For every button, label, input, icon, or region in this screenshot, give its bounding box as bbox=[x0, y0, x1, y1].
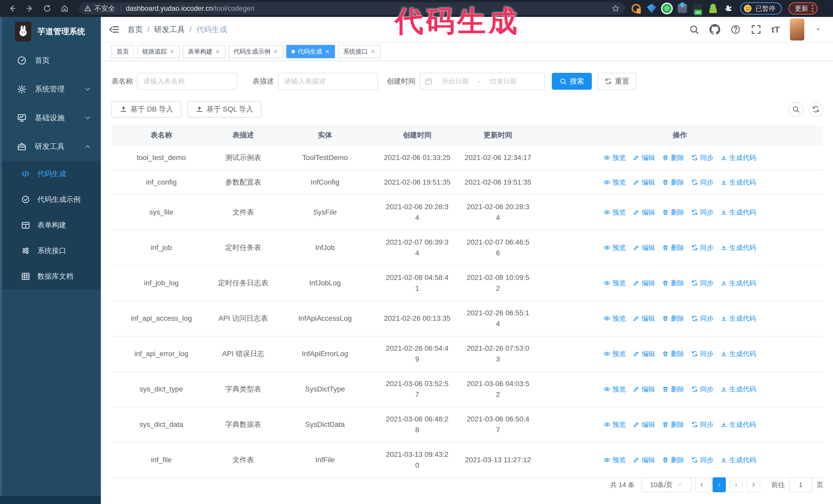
action-trash-link[interactable]: 删除 bbox=[662, 384, 684, 394]
next-page-button[interactable] bbox=[746, 477, 760, 492]
action-edit-link[interactable]: 编辑 bbox=[633, 419, 655, 430]
action-download-link[interactable]: 生成代码 bbox=[720, 278, 756, 288]
end-date-input[interactable] bbox=[484, 77, 522, 86]
action-sync-link[interactable]: 同步 bbox=[691, 152, 713, 163]
update-button[interactable]: 更新 bbox=[788, 2, 818, 15]
extensions-puzzle-icon[interactable] bbox=[724, 4, 733, 13]
app-logo[interactable]: 芋道管理系统 bbox=[0, 17, 101, 46]
extension-icon[interactable] bbox=[693, 4, 702, 13]
action-edit-link[interactable]: 编辑 bbox=[633, 455, 655, 465]
action-sync-link[interactable]: 同步 bbox=[691, 384, 713, 394]
extension-icon[interactable] bbox=[662, 4, 671, 13]
action-eye-link[interactable]: 预览 bbox=[603, 207, 626, 218]
prev-page-button[interactable] bbox=[695, 477, 709, 492]
action-edit-link[interactable]: 编辑 bbox=[633, 349, 655, 359]
action-trash-link[interactable]: 删除 bbox=[662, 177, 684, 188]
tab-form-builder[interactable]: 表单构建 bbox=[183, 45, 225, 58]
close-icon[interactable] bbox=[169, 49, 174, 54]
action-sync-link[interactable]: 同步 bbox=[691, 207, 713, 218]
sidebar-item-devtools[interactable]: 研发工具 bbox=[0, 132, 101, 161]
action-trash-link[interactable]: 删除 bbox=[662, 313, 684, 324]
sidebar-item-system-api[interactable]: 系统接口 bbox=[0, 238, 101, 264]
table-name-input[interactable] bbox=[137, 73, 237, 90]
start-date-input[interactable] bbox=[436, 77, 474, 86]
browser-home-icon[interactable] bbox=[60, 3, 70, 14]
action-eye-link[interactable]: 预览 bbox=[603, 177, 626, 188]
browser-menu-icon[interactable] bbox=[812, 5, 813, 12]
action-eye-link[interactable]: 预览 bbox=[603, 242, 626, 253]
browser-back-icon[interactable] bbox=[7, 3, 18, 14]
table-desc-input[interactable] bbox=[278, 73, 378, 90]
tab-system-api[interactable]: 系统接口 bbox=[338, 45, 381, 58]
extension-icon[interactable] bbox=[632, 4, 641, 13]
import-sql-button[interactable]: 基于 SQL 导入 bbox=[187, 101, 261, 117]
action-edit-link[interactable]: 编辑 bbox=[633, 177, 655, 188]
tab-tracing[interactable]: 链路追踪 bbox=[137, 45, 180, 58]
help-icon[interactable] bbox=[731, 24, 741, 34]
action-trash-link[interactable]: 删除 bbox=[662, 455, 684, 465]
sidebar-fold-icon[interactable] bbox=[109, 24, 120, 35]
sidebar-collapse-bar[interactable] bbox=[0, 496, 101, 504]
action-download-link[interactable]: 生成代码 bbox=[720, 313, 756, 324]
tab-codegen[interactable]: 代码生成 bbox=[286, 45, 335, 58]
extension-icon[interactable] bbox=[647, 4, 656, 13]
action-eye-link[interactable]: 预览 bbox=[603, 384, 626, 394]
action-edit-link[interactable]: 编辑 bbox=[633, 242, 655, 253]
page-size-select[interactable]: 10条/页 bbox=[641, 477, 691, 492]
action-sync-link[interactable]: 同步 bbox=[691, 455, 713, 465]
sidebar-item-db-doc[interactable]: 数据库文档 bbox=[0, 264, 101, 289]
action-trash-link[interactable]: 删除 bbox=[662, 242, 684, 253]
extension-icon[interactable] bbox=[709, 4, 718, 13]
close-icon[interactable] bbox=[273, 49, 278, 54]
avatar-caret-icon[interactable] bbox=[814, 26, 822, 33]
action-download-link[interactable]: 生成代码 bbox=[720, 207, 756, 218]
github-icon[interactable] bbox=[710, 24, 720, 35]
sidebar-item-form-builder[interactable]: 表单构建 bbox=[0, 212, 101, 238]
toggle-search-button[interactable] bbox=[788, 102, 803, 117]
action-trash-link[interactable]: 删除 bbox=[662, 349, 684, 359]
sidebar-item-system[interactable]: 系统管理 bbox=[0, 75, 101, 103]
action-trash-link[interactable]: 删除 bbox=[662, 152, 684, 163]
page-button-2[interactable]: 2 bbox=[730, 477, 743, 492]
action-trash-link[interactable]: 删除 bbox=[662, 278, 684, 288]
action-edit-link[interactable]: 编辑 bbox=[633, 207, 655, 218]
action-edit-link[interactable]: 编辑 bbox=[633, 384, 655, 394]
action-sync-link[interactable]: 同步 bbox=[691, 419, 713, 430]
action-eye-link[interactable]: 预览 bbox=[603, 455, 626, 465]
action-edit-link[interactable]: 编辑 bbox=[633, 152, 655, 163]
browser-reload-icon[interactable] bbox=[42, 3, 52, 14]
action-eye-link[interactable]: 预览 bbox=[603, 349, 626, 359]
action-download-link[interactable]: 生成代码 bbox=[720, 419, 756, 430]
tab-codegen-demo[interactable]: 代码生成示例 bbox=[229, 45, 283, 58]
action-download-link[interactable]: 生成代码 bbox=[720, 455, 756, 465]
breadcrumb-devtools[interactable]: 研发工具 bbox=[154, 24, 185, 35]
action-sync-link[interactable]: 同步 bbox=[691, 313, 713, 324]
header-search-icon[interactable] bbox=[689, 24, 699, 34]
user-avatar[interactable] bbox=[790, 19, 804, 41]
action-download-link[interactable]: 生成代码 bbox=[720, 242, 756, 253]
font-size-icon[interactable]: tT bbox=[771, 25, 780, 34]
date-range-picker[interactable]: - bbox=[420, 73, 545, 90]
action-eye-link[interactable]: 预览 bbox=[603, 419, 626, 430]
close-icon[interactable] bbox=[325, 49, 330, 54]
action-download-link[interactable]: 生成代码 bbox=[720, 177, 756, 188]
bookmark-star-icon[interactable] bbox=[612, 4, 620, 13]
action-trash-link[interactable]: 删除 bbox=[662, 207, 684, 218]
action-sync-link[interactable]: 同步 bbox=[691, 278, 713, 288]
close-icon[interactable] bbox=[215, 49, 220, 54]
breadcrumb-home[interactable]: 首页 bbox=[127, 24, 143, 35]
address-bar[interactable]: 不安全 dashboard.yudao.iocoder.cn /tool/cod… bbox=[79, 2, 625, 15]
action-edit-link[interactable]: 编辑 bbox=[633, 278, 655, 288]
search-button[interactable]: 搜索 bbox=[552, 73, 592, 90]
sidebar-item-home[interactable]: 首页 bbox=[0, 46, 101, 75]
action-download-link[interactable]: 生成代码 bbox=[720, 349, 756, 359]
tab-home[interactable]: 首页 bbox=[112, 45, 134, 58]
action-sync-link[interactable]: 同步 bbox=[691, 177, 713, 188]
action-edit-link[interactable]: 编辑 bbox=[633, 313, 655, 324]
close-icon[interactable] bbox=[371, 49, 376, 54]
action-download-link[interactable]: 生成代码 bbox=[720, 384, 756, 394]
action-download-link[interactable]: 生成代码 bbox=[720, 152, 756, 163]
page-button-1[interactable]: 1 bbox=[713, 477, 726, 492]
import-db-button[interactable]: 基于 DB 导入 bbox=[112, 101, 181, 117]
browser-forward-icon[interactable] bbox=[25, 3, 35, 14]
